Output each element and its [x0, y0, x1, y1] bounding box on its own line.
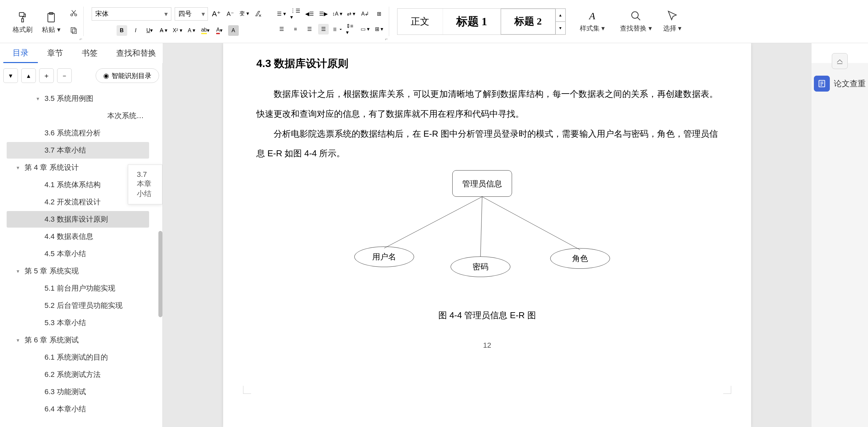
- svg-rect-1: [22, 19, 24, 22]
- paragraph-expand-icon[interactable]: ⌐: [385, 36, 388, 41]
- bold-button[interactable]: B: [117, 25, 127, 36]
- nav-tab-chapter[interactable]: 章节: [38, 43, 72, 63]
- svg-line-11: [482, 197, 580, 250]
- copy-button[interactable]: [68, 25, 79, 35]
- er-attr-role: 角色: [550, 248, 610, 269]
- increase-indent-button[interactable]: ☰▶: [318, 9, 329, 19]
- bullet-list-button[interactable]: ☰ ▾: [276, 9, 287, 19]
- svg-rect-7: [72, 29, 76, 34]
- find-replace-button[interactable]: 查找替换 ▾: [619, 9, 653, 34]
- toc-scrollbar[interactable]: [158, 231, 162, 317]
- clear-format-button[interactable]: [253, 9, 264, 19]
- underline-button[interactable]: U ▾: [145, 25, 155, 36]
- number-list-button[interactable]: ⋮☰ ▾: [290, 9, 301, 19]
- toc-item-label: 3.7 本章小结: [44, 145, 86, 155]
- toc-item-label: 第 5 章 系统实现: [25, 266, 79, 276]
- shading-button[interactable]: ▭ ▾: [360, 24, 371, 34]
- superscript-button[interactable]: X² ▾: [172, 25, 183, 36]
- nav-tab-bookmark[interactable]: 书签: [72, 43, 107, 63]
- nav-tab-toc[interactable]: 目录: [3, 43, 38, 63]
- document-page[interactable]: 4.3 数据库设计原则 数据库设计之后，根据数据库关系，可以更加清晰地了解到数据…: [223, 43, 751, 427]
- clipboard-expand-icon[interactable]: ⌐: [80, 36, 82, 41]
- paragraph-group: ☰ ▾ ⋮☰ ▾ ◀☰ ☰▶ ↕A ▾ ⇄ ▾ A↲ ⊞ ☰ ≡ ☰ ☰ ⫼ ▾…: [272, 0, 389, 43]
- rail-collapse-button[interactable]: [832, 53, 848, 69]
- cut-button[interactable]: [68, 8, 79, 18]
- font-color-button[interactable]: A ▾: [214, 25, 225, 36]
- toc-item[interactable]: 6.1 系统测试的目的: [7, 349, 149, 366]
- text-effects-button[interactable]: A ▾: [186, 25, 197, 36]
- toc-item[interactable]: ▾第 5 章 系统实现: [7, 263, 149, 280]
- thesis-check-item[interactable]: 论文查重: [814, 76, 866, 92]
- align-center-button[interactable]: ≡: [290, 24, 301, 34]
- toc-item[interactable]: 6.4 本章小结: [7, 401, 149, 417]
- svg-point-8: [631, 11, 638, 18]
- style-heading1[interactable]: 标题 1: [443, 9, 501, 34]
- toc-item[interactable]: 5.2 后台管理员功能实现: [7, 297, 149, 314]
- borders-button[interactable]: ⊞ ▾: [374, 24, 384, 34]
- toc-item[interactable]: 4.3 数据库设计原则: [7, 211, 149, 228]
- toc-item[interactable]: 4.4 数据表信息: [7, 228, 149, 245]
- toc-item[interactable]: 3.7 本章小结: [7, 142, 149, 159]
- er-diagram: 管理员信息 用户名 密码 角色: [354, 170, 620, 290]
- toc-item[interactable]: ▾第 6 章 系统测试: [7, 332, 149, 348]
- toc-item-label: 4.3 数据库设计原则: [44, 214, 108, 224]
- toc-item[interactable]: 6.3 功能测试: [7, 384, 149, 400]
- align-justify-button[interactable]: ☰: [318, 24, 329, 34]
- toc-item[interactable]: 3.6 系统流程分析: [7, 125, 149, 141]
- italic-button[interactable]: I: [130, 25, 141, 36]
- add-heading-button[interactable]: ＋: [39, 68, 54, 83]
- remove-heading-button[interactable]: －: [57, 68, 72, 83]
- align-left-button[interactable]: ☰: [276, 24, 287, 34]
- line-break-button[interactable]: A↲: [360, 9, 371, 19]
- decrease-font-button[interactable]: A⁻: [225, 9, 236, 19]
- page-number: 12: [256, 341, 718, 350]
- toc-item[interactable]: 5.1 前台用户功能实现: [7, 280, 149, 297]
- text-direction-button[interactable]: ↕A ▾: [332, 9, 343, 19]
- align-right-button[interactable]: ☰: [304, 24, 315, 34]
- phonetic-guide-button[interactable]: 变 ▾: [239, 9, 250, 19]
- toc-item[interactable]: ▾3.5 系统用例图: [7, 90, 149, 107]
- section-heading: 4.3 数据库设计原则: [256, 56, 718, 71]
- smart-detect-toc-button[interactable]: ◉ 智能识别目录: [96, 68, 159, 83]
- styles-set-button[interactable]: A 样式集 ▾: [579, 9, 606, 34]
- style-gallery-expand[interactable]: ▴▾: [556, 9, 565, 34]
- page-margin-corner-bl: [243, 386, 251, 394]
- toc-item[interactable]: 4.5 本章小结: [7, 245, 149, 262]
- toc-item-label: 5.3 本章小结: [44, 318, 86, 328]
- sort-button[interactable]: ⇄ ▾: [346, 9, 356, 19]
- toc-item[interactable]: 6.2 系统测试方法: [7, 366, 149, 383]
- format-painter-icon: [17, 11, 29, 23]
- highlight-button[interactable]: ab ▾: [200, 25, 211, 36]
- collapse-all-button[interactable]: ▾: [3, 68, 18, 83]
- decrease-indent-button[interactable]: ◀☰: [304, 9, 315, 19]
- caret-icon: ▾: [36, 96, 44, 102]
- toc-item-label: 6.1 系统测试的目的: [44, 352, 108, 362]
- styles-set-label: 样式集 ▾: [580, 24, 605, 33]
- expand-all-button[interactable]: ▴: [21, 68, 36, 83]
- font-size-select[interactable]: 四号: [175, 7, 208, 21]
- toc-item-label: 5.2 后台管理员功能实现: [44, 301, 123, 310]
- increase-font-button[interactable]: A⁺: [211, 9, 222, 19]
- paste-button[interactable]: 粘贴 ▾: [40, 10, 62, 35]
- body-text: 数据库设计之后，根据数据库关系，可以更加清晰地了解到数据库结构，每一个数据表之间…: [256, 84, 718, 164]
- format-painter-button[interactable]: 格式刷: [11, 10, 34, 35]
- ribbon-toolbar: 格式刷 粘贴 ▾ ⌐ 宋体 四号 A⁺ A⁻ 变 ▾ B I U ▾ A̶: [0, 0, 868, 43]
- show-marks-button[interactable]: ⊞: [374, 9, 384, 19]
- toc-item[interactable]: 5.3 本章小结: [7, 315, 149, 331]
- char-shading-button[interactable]: A: [228, 25, 239, 36]
- select-button[interactable]: 选择 ▾: [662, 9, 683, 34]
- thesis-check-icon: [814, 76, 830, 92]
- line-spacing-button[interactable]: ⇕≡ ▾: [346, 24, 356, 34]
- styles-set-icon: A: [586, 10, 598, 22]
- strikethrough-button[interactable]: A̶ ▾: [158, 25, 169, 36]
- style-heading2[interactable]: 标题 2: [501, 9, 556, 34]
- style-normal[interactable]: 正文: [398, 9, 443, 34]
- toc-item[interactable]: 本次系统的…: [7, 107, 149, 124]
- nav-tab-findreplace[interactable]: 查找和替换: [107, 43, 165, 63]
- toc-item-label: 6.3 功能测试: [44, 387, 86, 397]
- paste-icon: [45, 11, 57, 23]
- font-name-select[interactable]: 宋体: [92, 7, 171, 21]
- font-group: 宋体 四号 A⁺ A⁻ 变 ▾ B I U ▾ A̶ ▾ X² ▾ A ▾ ab…: [87, 0, 268, 43]
- toc-item-label: 3.5 系统用例图: [44, 94, 93, 103]
- distribute-button[interactable]: ⫼ ▾: [332, 24, 343, 34]
